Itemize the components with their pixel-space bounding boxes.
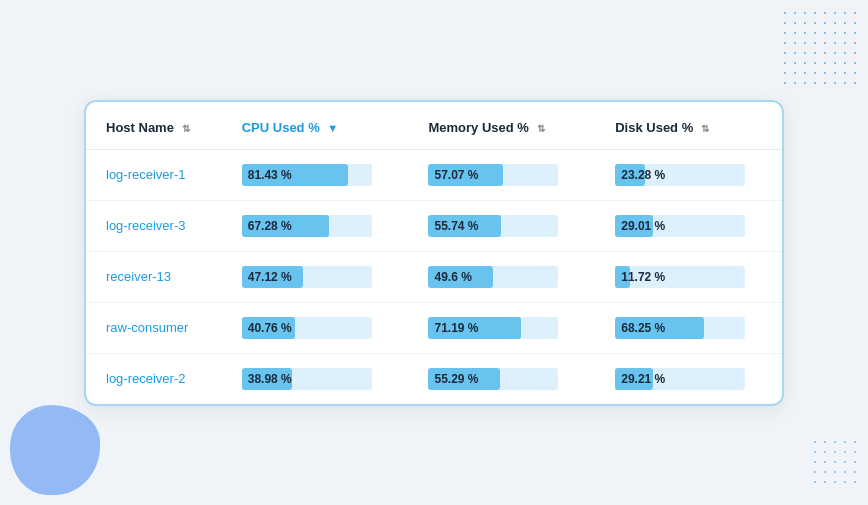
cpu-cell: 38.98 % (222, 353, 409, 404)
memory-cell: 71.19 % (408, 302, 595, 353)
host-cell: log-receiver-1 (86, 149, 222, 200)
host-link[interactable]: raw-consumer (106, 320, 188, 335)
memory-bar-label: 55.29 % (428, 372, 484, 386)
disk-bar-label: 68.25 % (615, 321, 671, 335)
cpu-bar-wrapper: 81.43 % (242, 164, 389, 186)
col-header-memory-used[interactable]: Memory Used % ⇅ (408, 102, 595, 150)
cpu-cell: 81.43 % (222, 149, 409, 200)
memory-bar-label: 57.07 % (428, 168, 484, 182)
cpu-bar-label: 47.12 % (242, 270, 298, 284)
cpu-cell: 67.28 % (222, 200, 409, 251)
sort-icon-cpu: ▼ (327, 122, 338, 134)
table-row: raw-consumer40.76 %71.19 %68.25 % (86, 302, 782, 353)
cpu-bar-wrapper: 40.76 % (242, 317, 389, 339)
cpu-bar-wrapper: 47.12 % (242, 266, 389, 288)
memory-bar-wrapper: 57.07 % (428, 164, 575, 186)
disk-bar-track: 11.72 % (615, 266, 745, 288)
host-cell: log-receiver-3 (86, 200, 222, 251)
disk-bar-label: 29.01 % (615, 219, 671, 233)
cpu-cell: 47.12 % (222, 251, 409, 302)
cpu-bar-label: 67.28 % (242, 219, 298, 233)
cpu-bar-track: 40.76 % (242, 317, 372, 339)
memory-bar-track: 71.19 % (428, 317, 558, 339)
memory-cell: 55.29 % (408, 353, 595, 404)
memory-bar-track: 55.29 % (428, 368, 558, 390)
cpu-bar-track: 38.98 % (242, 368, 372, 390)
memory-cell: 57.07 % (408, 149, 595, 200)
data-table-card: Host Name ⇅ CPU Used % ▼ Memory Used % ⇅… (84, 100, 784, 406)
dot-grid-decoration-tr (780, 8, 860, 88)
memory-bar-wrapper: 55.74 % (428, 215, 575, 237)
host-cell: log-receiver-2 (86, 353, 222, 404)
col-header-disk-used[interactable]: Disk Used % ⇅ (595, 102, 782, 150)
memory-bar-track: 57.07 % (428, 164, 558, 186)
cpu-bar-wrapper: 38.98 % (242, 368, 389, 390)
memory-cell: 55.74 % (408, 200, 595, 251)
host-link[interactable]: log-receiver-1 (106, 167, 185, 182)
table-row: log-receiver-367.28 %55.74 %29.01 % (86, 200, 782, 251)
table-row: log-receiver-238.98 %55.29 %29.21 % (86, 353, 782, 404)
sort-icon-memory: ⇅ (537, 123, 545, 134)
disk-bar-wrapper: 68.25 % (615, 317, 762, 339)
memory-bar-wrapper: 49.6 % (428, 266, 575, 288)
host-link[interactable]: receiver-13 (106, 269, 171, 284)
disk-bar-wrapper: 11.72 % (615, 266, 762, 288)
disk-bar-label: 23.28 % (615, 168, 671, 182)
memory-cell: 49.6 % (408, 251, 595, 302)
memory-bar-label: 71.19 % (428, 321, 484, 335)
memory-bar-wrapper: 55.29 % (428, 368, 575, 390)
memory-bar-label: 49.6 % (428, 270, 477, 284)
cpu-bar-track: 67.28 % (242, 215, 372, 237)
cpu-bar-label: 40.76 % (242, 321, 298, 335)
disk-bar-label: 29.21 % (615, 372, 671, 386)
disk-bar-wrapper: 29.01 % (615, 215, 762, 237)
host-link[interactable]: log-receiver-3 (106, 218, 185, 233)
disk-bar-track: 29.21 % (615, 368, 745, 390)
memory-bar-wrapper: 71.19 % (428, 317, 575, 339)
disk-cell: 68.25 % (595, 302, 782, 353)
col-header-host-name[interactable]: Host Name ⇅ (86, 102, 222, 150)
cpu-bar-label: 38.98 % (242, 372, 298, 386)
cpu-bar-track: 47.12 % (242, 266, 372, 288)
memory-bar-track: 55.74 % (428, 215, 558, 237)
table-row: log-receiver-181.43 %57.07 %23.28 % (86, 149, 782, 200)
cpu-bar-track: 81.43 % (242, 164, 372, 186)
disk-bar-track: 68.25 % (615, 317, 745, 339)
disk-bar-track: 29.01 % (615, 215, 745, 237)
blob-decoration-bl (10, 405, 100, 495)
sort-icon-disk: ⇅ (701, 123, 709, 134)
disk-cell: 11.72 % (595, 251, 782, 302)
host-cell: raw-consumer (86, 302, 222, 353)
disk-bar-label: 11.72 % (615, 270, 671, 284)
host-cell: receiver-13 (86, 251, 222, 302)
col-header-cpu-used[interactable]: CPU Used % ▼ (222, 102, 409, 150)
memory-bar-label: 55.74 % (428, 219, 484, 233)
table-row: receiver-1347.12 %49.6 %11.72 % (86, 251, 782, 302)
disk-bar-wrapper: 29.21 % (615, 368, 762, 390)
cpu-cell: 40.76 % (222, 302, 409, 353)
memory-bar-track: 49.6 % (428, 266, 558, 288)
cpu-bar-label: 81.43 % (242, 168, 298, 182)
disk-cell: 29.01 % (595, 200, 782, 251)
cpu-bar-wrapper: 67.28 % (242, 215, 389, 237)
dot-grid-decoration-br (810, 437, 860, 487)
disk-cell: 29.21 % (595, 353, 782, 404)
disk-bar-wrapper: 23.28 % (615, 164, 762, 186)
table-header-row: Host Name ⇅ CPU Used % ▼ Memory Used % ⇅… (86, 102, 782, 150)
host-link[interactable]: log-receiver-2 (106, 371, 185, 386)
sort-icon-host: ⇅ (182, 123, 190, 134)
metrics-table: Host Name ⇅ CPU Used % ▼ Memory Used % ⇅… (86, 102, 782, 404)
disk-cell: 23.28 % (595, 149, 782, 200)
disk-bar-track: 23.28 % (615, 164, 745, 186)
